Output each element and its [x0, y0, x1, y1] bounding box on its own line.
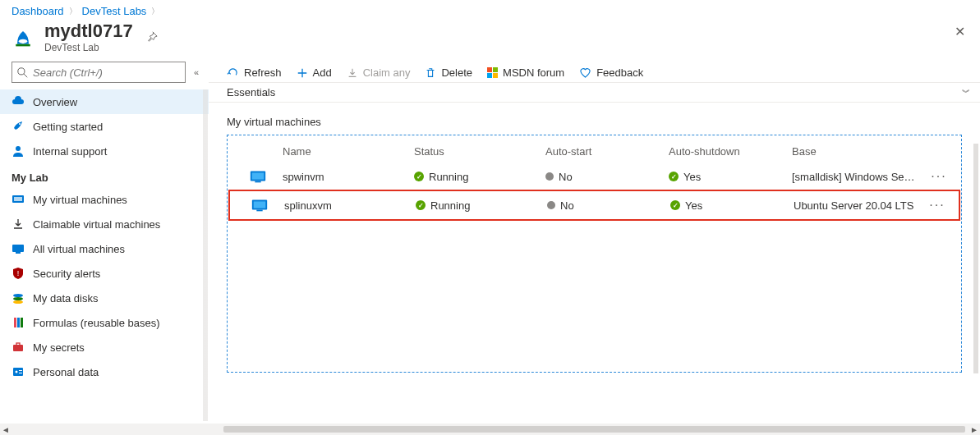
row-actions-button[interactable]: ···	[921, 198, 954, 213]
sidebar-item-label: Personal data	[33, 366, 99, 378]
sidebar-item-overview[interactable]: Overview	[0, 89, 209, 114]
essentials-toggle[interactable]: Essentials ︾	[209, 82, 980, 103]
sidebar-item-internal-support[interactable]: Internal support	[0, 139, 209, 163]
vm-base: Ubuntu Server 20.04 LTS	[794, 199, 921, 212]
sidebar: « Overview Getting started Internal supp…	[0, 62, 209, 421]
svg-rect-21	[19, 370, 22, 371]
sidebar-item-personal-data[interactable]: Personal data	[0, 359, 209, 384]
plus-icon	[297, 67, 308, 79]
vm-autostart: No	[559, 171, 573, 183]
vm-table: Name Status Auto-start Auto-shutdown Bas…	[228, 140, 960, 221]
sidebar-item-all-vms[interactable]: All virtual machines	[0, 236, 209, 261]
trash-icon	[425, 67, 436, 79]
status-on-icon	[670, 200, 680, 210]
close-icon[interactable]: ✕	[951, 21, 968, 43]
pin-icon[interactable]	[146, 31, 158, 43]
svg-point-13	[13, 300, 23, 304]
add-button[interactable]: Add	[297, 66, 332, 79]
vm-icon	[12, 193, 25, 206]
status-off-icon	[547, 201, 555, 209]
essentials-label: Essentials	[227, 86, 275, 98]
svg-point-20	[16, 371, 18, 373]
collapse-sidebar-icon[interactable]: «	[191, 64, 202, 80]
feedback-button[interactable]: Feedback	[579, 66, 643, 79]
vertical-scrollbar[interactable]	[973, 144, 978, 373]
vm-base: [smalldisk] Windows Se…	[792, 171, 922, 183]
sidebar-item-data-disks[interactable]: My data disks	[0, 286, 209, 310]
col-base: Base	[792, 145, 922, 158]
breadcrumb-item-dashboard[interactable]: Dashboard	[12, 5, 64, 17]
search-field[interactable]	[33, 66, 180, 79]
sidebar-section-title: My Lab	[0, 163, 209, 187]
vm-name: splinuxvm	[284, 199, 416, 212]
toolbar: Refresh Add Claim any Delete	[209, 62, 980, 82]
svg-point-5	[16, 146, 21, 151]
sidebar-item-label: Formulas (reusable bases)	[33, 317, 160, 329]
refresh-button[interactable]: Refresh	[227, 66, 282, 79]
chevron-right-icon: 〉	[69, 6, 77, 17]
table-header-row: Name Status Auto-start Auto-shutdown Bas…	[228, 140, 960, 163]
sidebar-item-formulas[interactable]: Formulas (reusable bases)	[0, 310, 209, 335]
shield-alert-icon: !	[12, 267, 25, 280]
sidebar-item-label: Claimable virtual machines	[33, 218, 160, 231]
vm-all-icon	[12, 242, 25, 255]
col-autoshutdown: Auto-shutdown	[669, 145, 792, 158]
table-row[interactable]: spwinvm Running No Yes [smalldisk] Windo…	[228, 163, 960, 190]
toolbar-label: Claim any	[363, 66, 411, 79]
microsoft-logo-icon	[487, 67, 498, 78]
svg-point-12	[13, 297, 23, 300]
sidebar-item-label: Getting started	[33, 121, 103, 133]
personal-data-icon	[12, 365, 25, 378]
person-icon	[12, 144, 25, 158]
msdn-forum-button[interactable]: MSDN forum	[487, 66, 564, 79]
heart-icon	[579, 66, 591, 79]
sidebar-item-label: Security alerts	[33, 268, 100, 280]
vm-icon	[251, 196, 269, 214]
sidebar-item-label: Internal support	[33, 145, 107, 158]
sidebar-item-claimable-vms[interactable]: Claimable virtual machines	[0, 212, 209, 236]
download-icon	[347, 67, 358, 79]
cloud-icon	[12, 95, 25, 108]
scroll-right-icon[interactable]: ►	[970, 425, 978, 434]
vm-autoshutdown: Yes	[685, 199, 702, 212]
toolbar-label: Delete	[441, 66, 472, 79]
row-actions-button[interactable]: ···	[922, 169, 955, 184]
search-icon	[17, 67, 28, 78]
rocket-icon	[12, 120, 25, 133]
toolbar-label: Feedback	[596, 66, 643, 79]
briefcase-icon	[12, 341, 25, 354]
chevron-right-icon: 〉	[151, 6, 159, 17]
svg-rect-28	[256, 210, 262, 212]
sidebar-item-security-alerts[interactable]: ! Security alerts	[0, 261, 209, 286]
sidebar-item-label: All virtual machines	[33, 243, 125, 255]
horizontal-scrollbar[interactable]: ◄ ►	[0, 424, 980, 435]
search-input[interactable]	[12, 62, 186, 83]
svg-rect-14	[14, 318, 16, 327]
sidebar-item-label: My data disks	[33, 292, 98, 304]
table-row[interactable]: splinuxvm Running No Yes Ubuntu Server 2…	[228, 190, 960, 221]
svg-rect-9	[16, 252, 21, 254]
disks-icon	[12, 291, 25, 304]
svg-rect-15	[17, 318, 20, 327]
scrollbar-track[interactable]	[223, 426, 965, 433]
svg-rect-18	[16, 343, 20, 346]
svg-rect-1	[16, 44, 30, 47]
page-subtitle: DevTest Lab	[44, 42, 133, 53]
vm-icon	[249, 167, 267, 185]
svg-rect-16	[21, 318, 23, 327]
breadcrumb: Dashboard 〉 DevTest Labs 〉	[0, 0, 980, 19]
svg-rect-7	[14, 197, 22, 201]
svg-rect-24	[252, 173, 265, 180]
breadcrumb-item-devtestlabs[interactable]: DevTest Labs	[82, 5, 147, 17]
sidebar-item-getting-started[interactable]: Getting started	[0, 114, 209, 139]
delete-button[interactable]: Delete	[425, 66, 472, 79]
svg-text:!: !	[17, 269, 20, 277]
sidebar-item-my-vms[interactable]: My virtual machines	[0, 187, 209, 212]
content-area: Refresh Add Claim any Delete	[209, 62, 980, 421]
claim-any-button: Claim any	[347, 66, 411, 79]
toolbar-label: Add	[313, 66, 332, 79]
col-status: Status	[414, 145, 545, 158]
svg-rect-25	[255, 181, 260, 183]
scroll-left-icon[interactable]: ◄	[2, 425, 10, 434]
sidebar-item-my-secrets[interactable]: My secrets	[0, 335, 209, 359]
